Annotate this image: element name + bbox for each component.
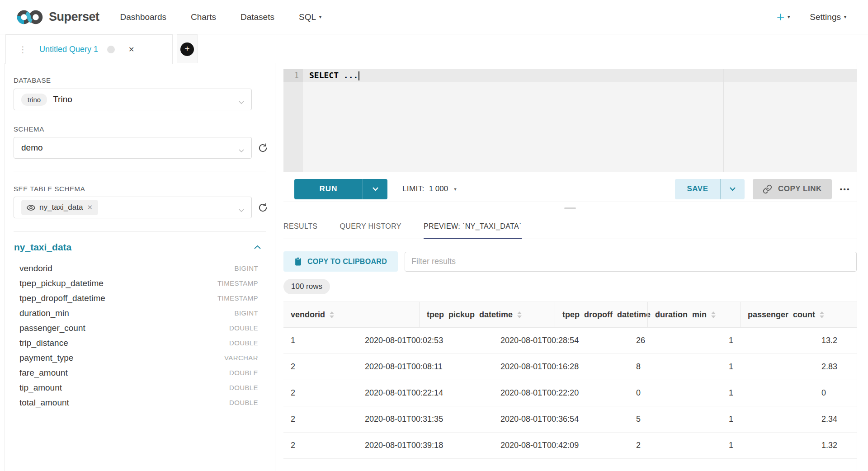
navbar: Superset DashboardsChartsDatasets SQL ▾ … [0, 0, 868, 34]
table-columns-list: vendorid BIGINT tpep_pickup_datetime TIM… [5, 261, 275, 410]
nav-link[interactable]: Dashboards [120, 12, 166, 22]
cell-dropoff-datetime: 2020-08-01T00:22:20 [493, 380, 629, 406]
superset-logo[interactable]: Superset [17, 9, 99, 25]
column-type: TIMESTAMP [217, 294, 258, 302]
save-options-button[interactable] [720, 179, 745, 199]
results-table-body: 1 2020-08-01T00:02:53 2020-08-01T00:28:5… [283, 328, 857, 459]
cell-vendorid: 2 [283, 433, 358, 458]
cell-passenger-count: 1 [722, 328, 814, 353]
refresh-tables-button[interactable] [258, 203, 268, 213]
tab-results[interactable]: RESULTS [283, 213, 317, 239]
results-actions: COPY TO CLIPBOARD [283, 251, 857, 272]
copy-link-button[interactable]: COPY LINK [753, 179, 832, 199]
schema-select[interactable]: demo [14, 137, 252, 159]
splitter-handle[interactable] [564, 207, 576, 209]
caret-down-icon [820, 316, 824, 318]
add-tab-button[interactable]: + [180, 42, 194, 56]
text-cursor [359, 71, 359, 80]
divider [14, 231, 266, 232]
column-type: DOUBLE [229, 339, 258, 347]
sort-icons [820, 311, 824, 318]
cell-vendorid: 2 [283, 354, 358, 380]
query-tab-strip: ⋮ Untitled Query 1 ✕ + [0, 34, 868, 63]
table-name-heading[interactable]: ny_taxi_data [14, 242, 71, 253]
run-button[interactable]: RUN [294, 179, 363, 199]
column-type: DOUBLE [229, 399, 258, 406]
editor-code-area[interactable]: SELECT ... [303, 69, 857, 172]
column-header[interactable]: tpep_pickup_datetime [419, 302, 555, 327]
close-icon[interactable]: ✕ [128, 45, 134, 54]
line-number: 1 [283, 69, 303, 82]
settings-menu[interactable]: Settings ▾ [810, 12, 846, 22]
panel-right-edge [857, 63, 857, 471]
caret-up-icon [330, 311, 334, 314]
cell-pickup-datetime: 2020-08-01T00:08:11 [358, 354, 493, 380]
cell-pickup-datetime: 2020-08-01T00:02:53 [358, 328, 493, 353]
link-icon [763, 184, 772, 194]
column-type: BIGINT [235, 309, 258, 317]
cell-trip-distance: 0 [814, 380, 857, 406]
run-options-button[interactable] [363, 179, 387, 199]
new-item-button[interactable]: + ▾ [777, 10, 790, 24]
column-name: total_amount [19, 398, 69, 408]
copy-to-clipboard-button[interactable]: COPY TO CLIPBOARD [283, 251, 398, 272]
remove-table-icon[interactable]: ✕ [87, 203, 93, 212]
table-row: 2 2020-08-01T00:31:35 2020-08-01T00:36:5… [283, 406, 857, 433]
cell-pickup-datetime: 2020-08-01T00:39:18 [358, 433, 493, 458]
superset-infinity-icon [17, 9, 43, 25]
table-column-row: tip_amount DOUBLE [19, 380, 258, 395]
sql-editor[interactable]: 1 SELECT ... [283, 69, 857, 172]
sqllab-sidebar: DATABASE trino Trino SCHEMA demo SEE TAB… [5, 63, 275, 471]
cell-duration-min: 5 [629, 406, 722, 432]
query-state-dot [107, 46, 115, 53]
cell-pickup-datetime: 2020-08-01T00:22:14 [358, 380, 493, 406]
nav-item-sql[interactable]: SQL ▾ [299, 12, 321, 22]
table-row: 2 2020-08-01T00:22:14 2020-08-01T00:22:2… [283, 380, 857, 406]
results-table-header: vendorid tpep_pickup_datetime tpep_dropo… [283, 301, 857, 328]
print-margin-line [723, 69, 724, 172]
query-tab-title: Untitled Query 1 [39, 45, 98, 54]
cell-trip-distance: 1.32 [814, 433, 857, 458]
cell-trip-distance: 2.83 [814, 354, 857, 380]
tab-preview-table[interactable]: PREVIEW: `NY_TAXI_DATA` [424, 213, 522, 239]
table-schema-select[interactable]: ny_taxi_data ✕ [14, 197, 252, 218]
column-header[interactable]: vendorid [283, 302, 419, 327]
column-header[interactable]: passenger_count [740, 302, 857, 327]
nav-link[interactable]: Datasets [241, 12, 274, 22]
database-select[interactable]: trino Trino [14, 89, 252, 110]
cell-dropoff-datetime: 2020-08-01T00:16:28 [493, 354, 629, 380]
nav-link[interactable]: Charts [191, 12, 216, 22]
caret-down-icon: ▾ [454, 186, 457, 192]
sort-icons [711, 311, 716, 318]
refresh-schemas-button[interactable] [258, 143, 268, 153]
see-table-schema-label: SEE TABLE SCHEMA [14, 185, 275, 193]
table-column-row: payment_type VARCHAR [19, 350, 258, 365]
table-column-row: total_amount DOUBLE [19, 395, 258, 410]
column-type: BIGINT [235, 264, 258, 272]
row-count-badge: 100 rows [283, 279, 330, 294]
editor-toolbar: RUN LIMIT: 1 000 ▾ SAVE COPY LINK ••• [283, 176, 857, 202]
navbar-right: + ▾ Settings ▾ [777, 10, 846, 24]
chevron-up-icon[interactable] [254, 245, 261, 250]
save-button[interactable]: SAVE [675, 179, 720, 199]
brand-text: Superset [49, 10, 99, 24]
column-header[interactable]: duration_min [647, 302, 740, 327]
chevron-down-icon [238, 146, 245, 155]
cell-duration-min: 26 [629, 328, 722, 353]
table-column-row: tpep_dropoff_datetime TIMESTAMP [19, 291, 258, 306]
query-tab[interactable]: ⋮ Untitled Query 1 ✕ [5, 34, 173, 64]
cell-trip-distance: 13.2 [814, 328, 857, 353]
cell-trip-distance: 2.34 [814, 406, 857, 432]
drag-handle-icon[interactable]: ⋮ [19, 44, 28, 55]
sql-code: SELECT ... [309, 71, 358, 80]
sort-icons [330, 311, 334, 318]
caret-down-icon: ▾ [844, 14, 846, 19]
column-header[interactable]: tpep_dropoff_datetime [555, 302, 647, 327]
tab-query-history[interactable]: QUERY HISTORY [340, 213, 401, 239]
more-options-button[interactable]: ••• [840, 185, 850, 193]
clipboard-icon [294, 257, 302, 266]
results-tab-bar: RESULTS QUERY HISTORY PREVIEW: `NY_TAXI_… [283, 213, 857, 239]
limit-dropdown[interactable]: LIMIT: 1 000 ▾ [402, 184, 457, 193]
filter-results-input[interactable] [405, 252, 857, 272]
run-button-group: RUN [294, 179, 387, 199]
